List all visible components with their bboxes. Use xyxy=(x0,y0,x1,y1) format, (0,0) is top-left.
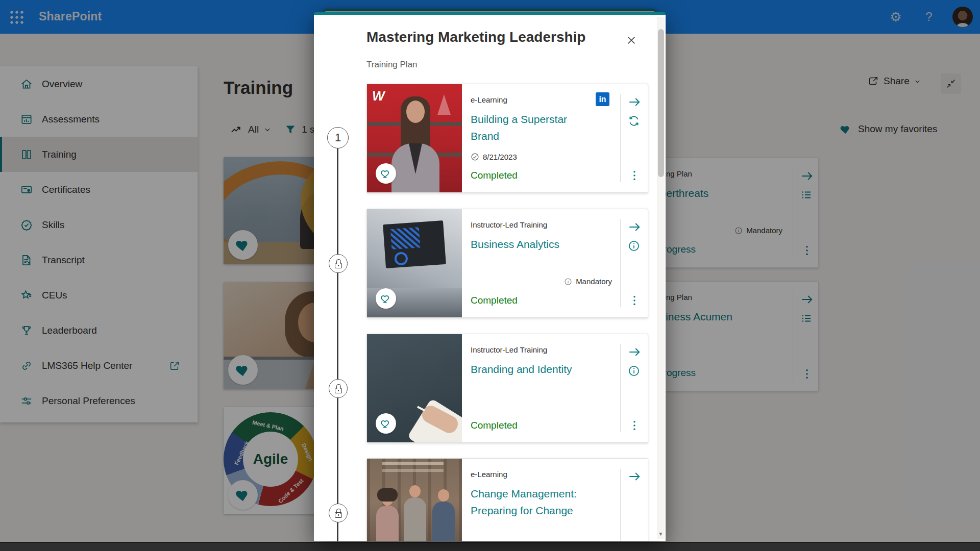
heart-outline-icon xyxy=(380,168,391,179)
training-plan-modal: Mastering Marketing Leadership Training … xyxy=(314,12,666,541)
open-course-arrow-button[interactable] xyxy=(628,470,641,483)
plan-course-card[interactable]: Instructor-Led Training Business Analyti… xyxy=(366,209,648,318)
more-options-kebab-button[interactable] xyxy=(630,170,639,181)
heart-outline-icon xyxy=(380,418,391,429)
art-shape xyxy=(390,227,421,249)
art-shape xyxy=(417,406,425,411)
open-course-arrow-button[interactable] xyxy=(628,345,641,359)
completion-date: 8/21/2023 xyxy=(483,153,517,161)
art-shape xyxy=(404,497,426,541)
art-shape xyxy=(383,220,446,268)
modal-subtitle: Training Plan xyxy=(366,60,418,70)
lock-icon xyxy=(335,263,342,268)
status-badge: Completed xyxy=(471,170,518,181)
open-course-arrow-button[interactable] xyxy=(628,220,641,234)
course-thumbnail[interactable] xyxy=(367,459,462,541)
timeline-line xyxy=(337,148,338,541)
course-title-link[interactable]: Change Management: Preparing for Change xyxy=(471,485,591,519)
screen: SharePoint ⚙ ? Share xyxy=(0,0,980,551)
scrollbar-thumb[interactable] xyxy=(658,29,664,177)
modal-scrollbar[interactable]: ▼ xyxy=(657,17,665,539)
course-category: e-Learning xyxy=(471,470,507,479)
status-badge: Completed xyxy=(471,420,518,431)
mandatory-row: Mandatory xyxy=(564,277,612,286)
card-action-rail xyxy=(620,334,648,442)
completion-date-row: 8/21/2023 xyxy=(471,153,517,161)
linkedin-icon: in xyxy=(596,92,609,106)
more-options-kebab-button[interactable] xyxy=(630,295,639,306)
favorite-button[interactable] xyxy=(376,163,396,184)
mandatory-label: Mandatory xyxy=(576,277,612,286)
art-shape xyxy=(432,502,455,541)
info-button[interactable] xyxy=(628,240,640,252)
retake-refresh-button[interactable] xyxy=(628,115,640,127)
plan-course-card[interactable]: Instructor-Led Training Branding and Ide… xyxy=(366,334,648,443)
art-shape xyxy=(391,143,439,192)
timeline-step-number: 1 xyxy=(327,127,349,148)
timeline-lock-step xyxy=(329,379,348,398)
more-options-kebab-button[interactable] xyxy=(630,420,639,431)
card-action-rail xyxy=(620,209,648,317)
art-shape xyxy=(394,252,408,266)
course-category: e-Learning xyxy=(471,95,507,104)
favorite-button[interactable] xyxy=(376,413,396,434)
close-button[interactable] xyxy=(626,32,642,48)
course-category: Instructor-Led Training xyxy=(471,345,547,354)
plan-course-card[interactable]: e-Learning Change Management: Preparing … xyxy=(366,458,648,541)
open-course-arrow-button[interactable] xyxy=(628,95,641,109)
lock-icon xyxy=(335,512,342,518)
plan-course-card[interactable]: W e-Learning Building a Superstar Brand … xyxy=(366,84,648,193)
circled-check-icon xyxy=(471,153,479,161)
thumbnail-art xyxy=(367,459,462,541)
card-action-rail xyxy=(620,459,648,541)
course-title-link[interactable]: Business Analytics xyxy=(471,236,591,253)
close-icon xyxy=(626,35,637,46)
card-action-rail xyxy=(620,84,648,192)
heart-outline-icon xyxy=(380,293,391,304)
scrollbar-down-arrow[interactable]: ▼ xyxy=(658,531,664,537)
timeline-lock-step xyxy=(329,504,348,522)
favorite-button[interactable] xyxy=(376,288,396,309)
course-category: Instructor-Led Training xyxy=(471,220,547,229)
lock-icon xyxy=(335,388,342,393)
info-button[interactable] xyxy=(628,365,640,377)
modal-title: Mastering Marketing Leadership xyxy=(366,29,585,45)
art-shape xyxy=(376,506,399,541)
art-shape xyxy=(437,94,451,115)
course-title-link[interactable]: Branding and Identity xyxy=(471,361,591,378)
art-shape: W xyxy=(372,88,385,104)
status-badge: Completed xyxy=(471,295,518,306)
info-icon xyxy=(564,278,572,286)
timeline-lock-step xyxy=(329,254,348,273)
course-title-link[interactable]: Building a Superstar Brand xyxy=(471,111,591,144)
